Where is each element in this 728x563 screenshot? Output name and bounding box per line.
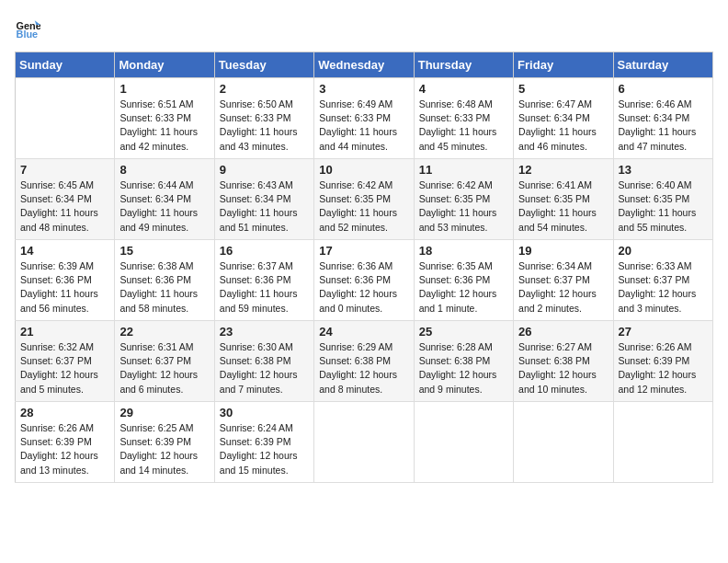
- calendar-cell: 1Sunrise: 6:51 AM Sunset: 6:33 PM Daylig…: [115, 78, 214, 159]
- day-info: Sunrise: 6:30 AM Sunset: 6:38 PM Dayligh…: [220, 340, 309, 396]
- week-row-2: 7Sunrise: 6:45 AM Sunset: 6:34 PM Daylig…: [16, 159, 713, 240]
- calendar-cell: 18Sunrise: 6:35 AM Sunset: 6:36 PM Dayli…: [414, 240, 513, 321]
- day-info: Sunrise: 6:35 AM Sunset: 6:36 PM Dayligh…: [419, 259, 508, 316]
- calendar-cell: 26Sunrise: 6:27 AM Sunset: 6:38 PM Dayli…: [514, 321, 613, 402]
- day-number: 20: [619, 244, 708, 258]
- day-number: 23: [220, 325, 309, 339]
- calendar-cell: 19Sunrise: 6:34 AM Sunset: 6:37 PM Dayli…: [514, 240, 613, 321]
- week-row-5: 28Sunrise: 6:26 AM Sunset: 6:39 PM Dayli…: [16, 402, 713, 483]
- day-number: 29: [119, 406, 209, 419]
- day-number: 24: [319, 325, 408, 339]
- day-number: 28: [20, 406, 109, 419]
- calendar-cell: 24Sunrise: 6:29 AM Sunset: 6:38 PM Dayli…: [314, 321, 414, 402]
- svg-text:Blue: Blue: [17, 29, 39, 40]
- day-info: Sunrise: 6:49 AM Sunset: 6:33 PM Dayligh…: [319, 98, 408, 154]
- calendar-cell: 23Sunrise: 6:30 AM Sunset: 6:38 PM Dayli…: [214, 321, 313, 402]
- logo: General Blue: [15, 15, 44, 40]
- day-info: Sunrise: 6:41 AM Sunset: 6:35 PM Dayligh…: [518, 178, 608, 235]
- week-row-1: 1Sunrise: 6:51 AM Sunset: 6:33 PM Daylig…: [16, 78, 713, 159]
- calendar-cell: 3Sunrise: 6:49 AM Sunset: 6:33 PM Daylig…: [314, 78, 414, 159]
- calendar-cell: 10Sunrise: 6:42 AM Sunset: 6:35 PM Dayli…: [314, 159, 414, 240]
- day-number: 22: [119, 325, 209, 339]
- calendar-cell: 22Sunrise: 6:31 AM Sunset: 6:37 PM Dayli…: [115, 321, 214, 402]
- col-header-tuesday: Tuesday: [214, 52, 313, 78]
- calendar-cell: 29Sunrise: 6:25 AM Sunset: 6:39 PM Dayli…: [115, 402, 214, 483]
- day-info: Sunrise: 6:37 AM Sunset: 6:36 PM Dayligh…: [220, 259, 309, 316]
- day-number: 3: [319, 82, 408, 96]
- calendar-cell: 27Sunrise: 6:26 AM Sunset: 6:39 PM Dayli…: [613, 321, 712, 402]
- day-number: 9: [220, 163, 309, 177]
- col-header-monday: Monday: [115, 52, 214, 78]
- day-number: 27: [619, 325, 708, 339]
- day-info: Sunrise: 6:50 AM Sunset: 6:33 PM Dayligh…: [220, 98, 309, 154]
- calendar-cell: [613, 402, 712, 483]
- calendar-cell: 14Sunrise: 6:39 AM Sunset: 6:36 PM Dayli…: [16, 240, 115, 321]
- day-number: 30: [220, 406, 309, 419]
- calendar-header-row: SundayMondayTuesdayWednesdayThursdayFrid…: [16, 52, 713, 78]
- day-info: Sunrise: 6:29 AM Sunset: 6:38 PM Dayligh…: [319, 340, 408, 396]
- calendar-cell: [414, 402, 513, 483]
- day-number: 11: [419, 163, 508, 177]
- calendar-table: SundayMondayTuesdayWednesdayThursdayFrid…: [15, 52, 713, 483]
- calendar-cell: 25Sunrise: 6:28 AM Sunset: 6:38 PM Dayli…: [414, 321, 513, 402]
- calendar-cell: 21Sunrise: 6:32 AM Sunset: 6:37 PM Dayli…: [16, 321, 115, 402]
- day-info: Sunrise: 6:47 AM Sunset: 6:34 PM Dayligh…: [518, 98, 608, 154]
- week-row-4: 21Sunrise: 6:32 AM Sunset: 6:37 PM Dayli…: [16, 321, 713, 402]
- day-info: Sunrise: 6:24 AM Sunset: 6:39 PM Dayligh…: [220, 421, 309, 477]
- day-info: Sunrise: 6:42 AM Sunset: 6:35 PM Dayligh…: [319, 178, 408, 235]
- day-info: Sunrise: 6:27 AM Sunset: 6:38 PM Dayligh…: [518, 340, 608, 396]
- day-info: Sunrise: 6:26 AM Sunset: 6:39 PM Dayligh…: [619, 340, 708, 396]
- calendar-cell: 2Sunrise: 6:50 AM Sunset: 6:33 PM Daylig…: [214, 78, 313, 159]
- day-number: 8: [119, 163, 209, 177]
- day-info: Sunrise: 6:36 AM Sunset: 6:36 PM Dayligh…: [319, 259, 408, 316]
- day-info: Sunrise: 6:42 AM Sunset: 6:35 PM Dayligh…: [419, 178, 508, 235]
- calendar-cell: [514, 402, 613, 483]
- logo-icon: General Blue: [15, 15, 40, 40]
- day-number: 16: [220, 244, 309, 258]
- day-number: 6: [619, 82, 708, 96]
- day-info: Sunrise: 6:51 AM Sunset: 6:33 PM Dayligh…: [119, 98, 209, 154]
- calendar-cell: 7Sunrise: 6:45 AM Sunset: 6:34 PM Daylig…: [16, 159, 115, 240]
- day-info: Sunrise: 6:43 AM Sunset: 6:34 PM Dayligh…: [220, 178, 309, 235]
- day-info: Sunrise: 6:45 AM Sunset: 6:34 PM Dayligh…: [20, 178, 109, 235]
- calendar-cell: 11Sunrise: 6:42 AM Sunset: 6:35 PM Dayli…: [414, 159, 513, 240]
- day-number: 25: [419, 325, 508, 339]
- calendar-cell: 17Sunrise: 6:36 AM Sunset: 6:36 PM Dayli…: [314, 240, 414, 321]
- day-number: 7: [20, 163, 109, 177]
- day-info: Sunrise: 6:25 AM Sunset: 6:39 PM Dayligh…: [119, 421, 209, 477]
- calendar-cell: 6Sunrise: 6:46 AM Sunset: 6:34 PM Daylig…: [613, 78, 712, 159]
- day-number: 1: [119, 82, 209, 96]
- day-number: 14: [20, 244, 109, 258]
- col-header-wednesday: Wednesday: [314, 52, 414, 78]
- calendar-cell: [314, 402, 414, 483]
- day-number: 26: [518, 325, 608, 339]
- day-info: Sunrise: 6:26 AM Sunset: 6:39 PM Dayligh…: [20, 421, 109, 477]
- col-header-sunday: Sunday: [16, 52, 115, 78]
- day-info: Sunrise: 6:32 AM Sunset: 6:37 PM Dayligh…: [20, 340, 109, 396]
- day-info: Sunrise: 6:28 AM Sunset: 6:38 PM Dayligh…: [419, 340, 508, 396]
- page-header: General Blue: [15, 15, 713, 40]
- col-header-friday: Friday: [514, 52, 613, 78]
- col-header-thursday: Thursday: [414, 52, 513, 78]
- day-number: 21: [20, 325, 109, 339]
- day-number: 18: [419, 244, 508, 258]
- calendar-cell: 12Sunrise: 6:41 AM Sunset: 6:35 PM Dayli…: [514, 159, 613, 240]
- calendar-cell: 28Sunrise: 6:26 AM Sunset: 6:39 PM Dayli…: [16, 402, 115, 483]
- day-info: Sunrise: 6:40 AM Sunset: 6:35 PM Dayligh…: [619, 178, 708, 235]
- calendar-cell: 16Sunrise: 6:37 AM Sunset: 6:36 PM Dayli…: [214, 240, 313, 321]
- day-info: Sunrise: 6:34 AM Sunset: 6:37 PM Dayligh…: [518, 259, 608, 316]
- calendar-cell: 15Sunrise: 6:38 AM Sunset: 6:36 PM Dayli…: [115, 240, 214, 321]
- day-number: 15: [119, 244, 209, 258]
- calendar-cell: 9Sunrise: 6:43 AM Sunset: 6:34 PM Daylig…: [214, 159, 313, 240]
- day-info: Sunrise: 6:48 AM Sunset: 6:33 PM Dayligh…: [419, 98, 508, 154]
- calendar-cell: 5Sunrise: 6:47 AM Sunset: 6:34 PM Daylig…: [514, 78, 613, 159]
- calendar-cell: 20Sunrise: 6:33 AM Sunset: 6:37 PM Dayli…: [613, 240, 712, 321]
- day-info: Sunrise: 6:46 AM Sunset: 6:34 PM Dayligh…: [619, 98, 708, 154]
- day-number: 13: [619, 163, 708, 177]
- week-row-3: 14Sunrise: 6:39 AM Sunset: 6:36 PM Dayli…: [16, 240, 713, 321]
- day-number: 10: [319, 163, 408, 177]
- calendar-cell: 13Sunrise: 6:40 AM Sunset: 6:35 PM Dayli…: [613, 159, 712, 240]
- day-number: 2: [220, 82, 309, 96]
- day-number: 5: [518, 82, 608, 96]
- calendar-cell: 4Sunrise: 6:48 AM Sunset: 6:33 PM Daylig…: [414, 78, 513, 159]
